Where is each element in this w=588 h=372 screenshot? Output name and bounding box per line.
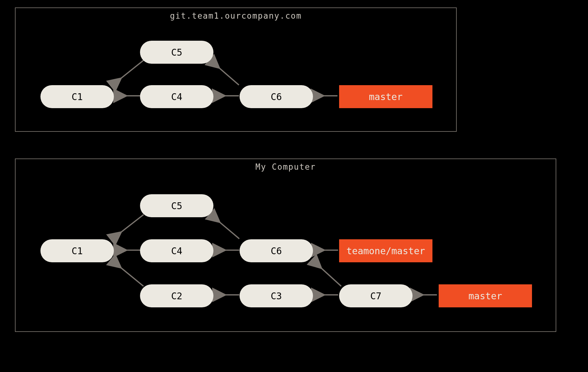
local-branch-master: master: [439, 284, 532, 307]
local-panel: My Computer: [15, 158, 556, 332]
remote-panel-title: git.team1.ourcompany.com: [16, 11, 456, 21]
local-branch-teamone-master: teamone/master: [339, 239, 432, 262]
local-commit-c7: C7: [339, 284, 413, 307]
remote-commit-c1: C1: [40, 85, 114, 108]
remote-commit-c6: C6: [240, 85, 313, 108]
local-commit-c2: C2: [140, 284, 213, 307]
remote-arrows: [16, 8, 456, 131]
svg-line-2: [211, 61, 239, 85]
svg-line-8: [212, 215, 239, 239]
local-commit-c5: C5: [140, 194, 213, 217]
svg-line-12: [313, 261, 341, 286]
local-commit-c1: C1: [40, 239, 114, 262]
local-panel-title: My Computer: [16, 162, 556, 172]
svg-line-0: [113, 60, 143, 85]
diagram-root: git.team1.ourcompany.com C5 C1 C4 C6 mas…: [0, 0, 588, 372]
remote-branch-master: master: [339, 85, 432, 108]
remote-commit-c4: C4: [140, 85, 213, 108]
remote-panel: git.team1.ourcompany.com C5 C1 C4 C6 mas…: [15, 7, 457, 132]
remote-commit-c5: C5: [140, 41, 213, 64]
local-commit-c3: C3: [240, 284, 313, 307]
svg-line-5: [113, 215, 143, 239]
local-commit-c4: C4: [140, 239, 213, 262]
local-commit-c6: C6: [240, 239, 313, 262]
svg-line-7: [113, 261, 143, 286]
